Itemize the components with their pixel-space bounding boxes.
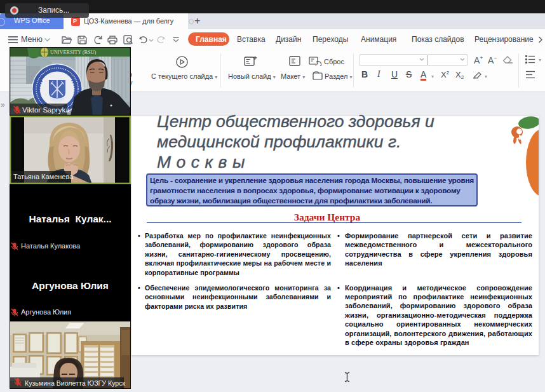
svg-text:Татьяна Каменева: Татьяна Каменева — [13, 173, 74, 180]
svg-text:UNIVERSITY (BSU): UNIVERSITY (BSU) — [50, 50, 97, 55]
svg-text:Кузьмина Виолетта ЮЗГУ Курск: Кузьмина Виолетта ЮЗГУ Курск — [25, 379, 126, 387]
svg-text:Viktor Sapryka: Viktor Sapryka — [22, 106, 70, 114]
